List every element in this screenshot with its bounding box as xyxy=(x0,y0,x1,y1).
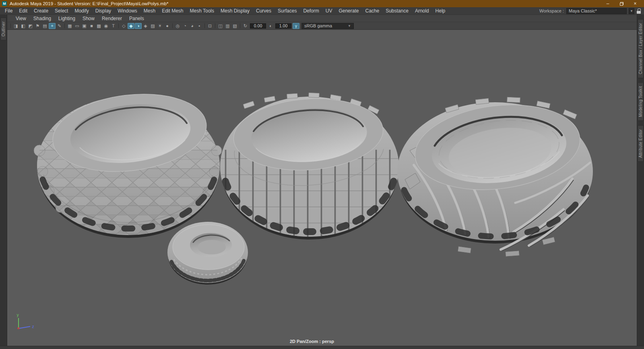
outliner-tab[interactable]: Outliner xyxy=(0,17,6,40)
view-transform-dropdown-value: sRGB gamma xyxy=(304,23,332,28)
panel-menu-shading[interactable]: Shading xyxy=(30,16,55,21)
smooth-shade-icon[interactable]: ◆ xyxy=(128,23,134,29)
bottom-strip xyxy=(0,346,644,349)
viewport-panel: ViewShadingLightingShowRendererPanels ◨◧… xyxy=(7,15,637,346)
view-transform-dropdown[interactable]: sRGB gamma▼ xyxy=(301,23,354,29)
tab-channel-box-layer-editor[interactable]: Channel Box / Layer Editor xyxy=(638,19,644,78)
mesh-small-tire[interactable] xyxy=(167,222,248,285)
2d-pan-zoom-icon[interactable]: ⌖ xyxy=(49,23,56,29)
workspace-control: Workspace : Maya Classic* ▼ xyxy=(539,8,642,14)
select-camera-icon[interactable]: ◨ xyxy=(12,23,19,29)
menu-display[interactable]: Display xyxy=(92,8,114,14)
panel-menu-renderer[interactable]: Renderer xyxy=(98,16,126,21)
camera-attributes-icon[interactable]: ◩ xyxy=(27,23,34,29)
menu-modify[interactable]: Modify xyxy=(71,8,92,14)
menu-mesh-display[interactable]: Mesh Display xyxy=(217,8,253,14)
menu-edit-mesh[interactable]: Edit Mesh xyxy=(159,8,186,14)
duplicate-view-icon[interactable]: ◫ xyxy=(217,23,224,29)
resolution-gate-icon[interactable]: ▣ xyxy=(81,23,88,29)
chevron-down-icon: ▼ xyxy=(348,24,351,28)
workspace-dropdown-arrow-icon[interactable]: ▼ xyxy=(629,8,634,14)
viewport-persp[interactable]: y z 2D Pan/Zoom : persp xyxy=(7,30,637,346)
menu-generate[interactable]: Generate xyxy=(335,8,362,14)
maya-app-icon: M xyxy=(2,1,7,6)
panel-menu-show[interactable]: Show xyxy=(79,16,98,21)
snapshot-icon[interactable]: ▧ xyxy=(231,23,238,29)
depth-of-field-icon[interactable]: ▪ xyxy=(196,23,203,29)
tab-modeling-toolkit[interactable]: Modeling Toolkit xyxy=(638,82,644,121)
view-axis-gizmo: y z xyxy=(17,313,34,329)
menu-select[interactable]: Select xyxy=(52,8,71,14)
workspace-lock-icon[interactable] xyxy=(637,8,641,14)
maya-window: M Autodesk Maya 2019 - Student Version: … xyxy=(0,0,644,349)
use-all-lights-icon[interactable]: ◈ xyxy=(142,23,149,29)
toolbar-separator xyxy=(10,23,11,28)
textures-icon[interactable]: ▨ xyxy=(149,23,156,29)
mesh-block-tread-tire[interactable] xyxy=(220,93,399,240)
menu-mesh[interactable]: Mesh xyxy=(140,8,159,14)
workarea: Outliner ViewShadingLightingShowRenderer… xyxy=(0,15,644,346)
menu-surfaces[interactable]: Surfaces xyxy=(275,8,300,14)
exposure-icon[interactable]: ↻ xyxy=(242,23,249,29)
menu-deform[interactable]: Deform xyxy=(300,8,322,14)
gate-mask-icon[interactable]: ■ xyxy=(88,23,95,29)
contrast-icon[interactable]: ◐ xyxy=(267,23,274,29)
grease-pencil-icon[interactable]: ✎ xyxy=(56,23,63,29)
gamma-field[interactable]: 1.00 xyxy=(275,23,291,29)
motion-blur-icon[interactable]: ◔ xyxy=(182,23,188,29)
restore-button[interactable] xyxy=(615,0,628,7)
menu-mesh-tools[interactable]: Mesh Tools xyxy=(187,8,217,14)
shadows-icon[interactable]: ● xyxy=(164,23,171,29)
safe-action-icon[interactable]: ◉ xyxy=(103,23,109,29)
exposure-field[interactable]: 0.00 xyxy=(250,23,266,29)
lock-camera-icon[interactable]: ◧ xyxy=(20,23,27,29)
main-menus: FileEditCreateSelectModifyDisplayWindows… xyxy=(2,8,448,14)
isolate-select-icon[interactable]: ⊡ xyxy=(206,23,213,29)
panel-menubar: ViewShadingLightingShowRendererPanels xyxy=(7,15,637,22)
tab-attribute-editor[interactable]: Attribute Editor xyxy=(638,125,644,162)
mesh-knobby-tire[interactable] xyxy=(34,86,222,238)
menu-uv[interactable]: UV xyxy=(322,8,336,14)
film-gate-icon[interactable]: ▭ xyxy=(74,23,80,29)
gamma-icon[interactable]: γ xyxy=(293,23,299,29)
duplicate-special-icon[interactable]: ▥ xyxy=(224,23,231,29)
toolbar-separator xyxy=(240,23,240,28)
titlebar: M Autodesk Maya 2019 - Student Version: … xyxy=(0,0,644,7)
wireframe-icon[interactable]: ◇ xyxy=(120,23,127,29)
workspace-value: Maya Classic* xyxy=(569,8,624,13)
menu-cache[interactable]: Cache xyxy=(362,8,382,14)
safe-title-icon[interactable]: T xyxy=(110,23,117,29)
menu-windows[interactable]: Windows xyxy=(114,8,140,14)
panel-menu-lighting[interactable]: Lighting xyxy=(55,16,79,21)
panel-menu-panels[interactable]: Panels xyxy=(126,16,148,21)
toolbar-separator xyxy=(215,23,215,28)
close-button[interactable]: × xyxy=(628,0,642,7)
menu-create[interactable]: Create xyxy=(31,8,52,14)
right-panel-strip: Channel Box / Layer EditorModeling Toolk… xyxy=(637,15,644,346)
minimize-button[interactable]: – xyxy=(601,0,615,7)
workspace-select[interactable]: Maya Classic* xyxy=(566,8,627,14)
screen-space-ao-icon[interactable]: ◎ xyxy=(174,23,181,29)
anti-aliasing-icon[interactable]: ◕ xyxy=(189,23,196,29)
grid-icon[interactable]: ▦ xyxy=(66,23,73,29)
menu-arnold[interactable]: Arnold xyxy=(412,8,432,14)
menu-curves[interactable]: Curves xyxy=(253,8,275,14)
restore-icon xyxy=(620,2,623,6)
menu-file[interactable]: File xyxy=(2,8,16,14)
textured-icon[interactable]: ◑ xyxy=(135,23,142,29)
menu-help[interactable]: Help xyxy=(432,8,449,14)
field-chart-icon[interactable]: ▩ xyxy=(95,23,102,29)
window-controls: – × xyxy=(601,0,642,7)
image-plane-icon[interactable]: ▤ xyxy=(41,23,48,29)
bookmarks-icon[interactable]: ⚑ xyxy=(34,23,41,29)
axis-z-label: z xyxy=(32,324,34,329)
menu-substance[interactable]: Substance xyxy=(382,8,412,14)
menu-edit[interactable]: Edit xyxy=(16,8,31,14)
left-panel-strip: Outliner xyxy=(0,15,7,346)
lights-icon[interactable]: ☀ xyxy=(157,23,163,29)
viewport-overlay-label: 2D Pan/Zoom : persp xyxy=(290,339,334,344)
mesh-slash-tread-tire[interactable] xyxy=(397,96,593,257)
panel-menu-view[interactable]: View xyxy=(12,16,30,21)
toolbar-separator xyxy=(204,23,205,28)
window-title: Autodesk Maya 2019 - Student Version: E:… xyxy=(10,1,168,6)
